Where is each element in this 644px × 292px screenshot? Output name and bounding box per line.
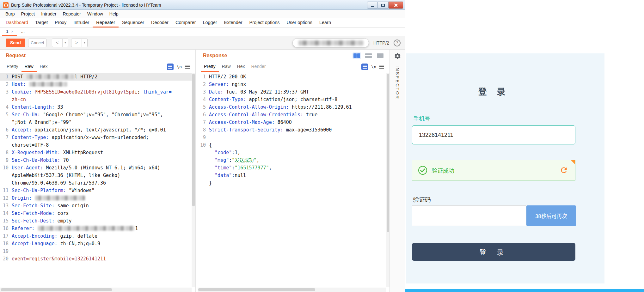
menu-repeater[interactable]: Repeater bbox=[59, 11, 84, 16]
code-line: zh-cn bbox=[0, 96, 192, 103]
code-line: 20event=register&mobile=13226141211 bbox=[0, 255, 192, 263]
view-tab-hex[interactable]: Hex bbox=[234, 62, 248, 72]
redacted-blur bbox=[38, 226, 134, 231]
editors: Request PrettyRawHex \n 1POST l HTTP/22H… bbox=[0, 50, 405, 292]
minimize-button[interactable] bbox=[367, 2, 378, 9]
close-button[interactable] bbox=[389, 2, 403, 9]
line-number: 20 bbox=[0, 255, 12, 263]
code-line: 1HTTP/2 200 OK bbox=[198, 73, 386, 81]
tab-decoder[interactable]: Decoder bbox=[148, 18, 172, 27]
response-horizontal-scrollbar[interactable] bbox=[198, 288, 386, 292]
code-line: 19 bbox=[0, 247, 192, 255]
line-number: 3 bbox=[198, 88, 209, 96]
maximize-button[interactable] bbox=[378, 2, 389, 9]
code-line: 5Access-Control-Allow-Origin: https://21… bbox=[198, 103, 386, 111]
cancel-button[interactable]: Cancel bbox=[28, 39, 46, 47]
tab-project-options[interactable]: Project options bbox=[246, 18, 283, 27]
view-tab-raw[interactable]: Raw bbox=[219, 62, 234, 72]
code-line: 12Origin: bbox=[0, 194, 192, 202]
view-tab-raw[interactable]: Raw bbox=[21, 62, 37, 72]
forward-arrow-icon: > bbox=[71, 39, 82, 47]
menu-intruder[interactable]: Intruder bbox=[38, 11, 59, 16]
send-button[interactable]: Send bbox=[6, 39, 25, 47]
layout-columns-icon[interactable] bbox=[353, 52, 361, 59]
repeater-tab-1[interactable]: 1 × bbox=[2, 28, 17, 36]
view-tab-hex[interactable]: Hex bbox=[37, 62, 51, 72]
tab-proxy[interactable]: Proxy bbox=[51, 18, 70, 27]
history-forward-button[interactable]: > ▾ bbox=[71, 39, 88, 47]
tab-extender[interactable]: Extender bbox=[221, 18, 246, 27]
newline-toggle-icon[interactable]: \n bbox=[371, 64, 376, 69]
code-line: AppleWebKit/537.36 (KHTML, like Gecko) bbox=[0, 172, 192, 179]
more-tabs-button[interactable]: ... bbox=[17, 28, 28, 36]
line-number: 9 bbox=[0, 156, 12, 164]
code-line: 3Cookie: PHPSESSID=ae6q0e2tb03rvjdt81tgv… bbox=[0, 88, 192, 96]
request-vertical-scrollbar[interactable] bbox=[192, 73, 195, 287]
menu-burp[interactable]: Burp bbox=[2, 11, 18, 16]
line-number: 12 bbox=[0, 194, 12, 202]
layout-rows-icon[interactable] bbox=[364, 52, 373, 59]
main-tab-bar: DashboardTargetProxyIntruderRepeaterSequ… bbox=[0, 18, 405, 28]
line-number bbox=[198, 156, 209, 164]
window-controls bbox=[367, 2, 403, 9]
view-tab-render[interactable]: Render bbox=[248, 62, 269, 72]
inspector-label[interactable]: INSPECTOR bbox=[395, 65, 400, 100]
verification-code-input[interactable] bbox=[412, 205, 526, 226]
search-settings-icon[interactable] bbox=[167, 64, 174, 70]
refresh-captcha-icon[interactable] bbox=[560, 166, 568, 174]
tab-learn[interactable]: Learn bbox=[316, 18, 334, 27]
view-tab-pretty[interactable]: Pretty bbox=[201, 62, 219, 72]
tab-dashboard[interactable]: Dashboard bbox=[2, 18, 32, 27]
request-code[interactable]: 1POST l HTTP/22Host: 3Cookie: PHPSESSID=… bbox=[0, 73, 192, 287]
tab-comparer[interactable]: Comparer bbox=[172, 18, 199, 27]
help-icon[interactable]: ? bbox=[394, 40, 401, 46]
code-line: charset=UTF-8 bbox=[0, 141, 192, 149]
close-tab-icon[interactable]: × bbox=[11, 29, 14, 34]
search-settings-icon[interactable] bbox=[361, 64, 368, 70]
back-dropdown-icon[interactable]: ▾ bbox=[63, 41, 68, 44]
line-number: 5 bbox=[0, 111, 12, 119]
request-horizontal-scrollbar[interactable] bbox=[0, 288, 192, 292]
line-number: 2 bbox=[198, 81, 209, 88]
code-line: 4Content-Length: 33 bbox=[0, 103, 192, 111]
line-number bbox=[198, 164, 209, 172]
history-back-button[interactable]: < ▾ bbox=[52, 39, 68, 47]
tab-repeater[interactable]: Repeater bbox=[93, 18, 119, 27]
redacted-blur bbox=[29, 82, 67, 87]
phone-input[interactable]: 13226141211 bbox=[412, 125, 575, 144]
response-code[interactable]: 1HTTP/2 200 OK2Server: nginx3Date: Tue, … bbox=[198, 73, 386, 287]
line-number: 18 bbox=[0, 240, 12, 247]
tab-target[interactable]: Target bbox=[32, 18, 51, 27]
line-number: 14 bbox=[0, 210, 12, 217]
back-arrow-icon: < bbox=[52, 39, 63, 47]
newline-toggle-icon[interactable]: \n bbox=[177, 64, 182, 69]
tab-logger[interactable]: Logger bbox=[199, 18, 220, 27]
layout-single-icon[interactable] bbox=[376, 52, 384, 59]
gear-icon[interactable] bbox=[394, 52, 401, 60]
toolbar-right: HTTP/2 ? bbox=[292, 38, 401, 47]
menubar: BurpProjectIntruderRepeaterWindowHelp bbox=[0, 10, 405, 18]
menu-help[interactable]: Help bbox=[106, 11, 122, 16]
forward-dropdown-icon[interactable]: ▾ bbox=[82, 41, 87, 44]
code-line: 15Sec-Fetch-Dest: empty bbox=[0, 217, 192, 225]
titlebar[interactable]: Burp Suite Professional v2022.3.4 - Temp… bbox=[0, 0, 405, 10]
line-number: 8 bbox=[0, 149, 12, 156]
editor-menu-icon[interactable] bbox=[379, 65, 384, 69]
menu-window[interactable]: Window bbox=[84, 11, 106, 16]
code-line: 9 bbox=[198, 134, 386, 141]
subtab-bar: 1 × ... bbox=[0, 28, 405, 36]
tab-intruder[interactable]: Intruder bbox=[70, 18, 93, 27]
menu-project[interactable]: Project bbox=[18, 11, 38, 16]
login-button[interactable]: 登 录 bbox=[412, 243, 575, 261]
bottom-bar bbox=[405, 289, 644, 292]
resend-countdown-button[interactable]: 38秒后可再次 bbox=[526, 205, 576, 226]
tab-sequencer[interactable]: Sequencer bbox=[119, 18, 148, 27]
burp-window: Burp Suite Professional v2022.3.4 - Temp… bbox=[0, 0, 405, 292]
tab-user-options[interactable]: User options bbox=[283, 18, 316, 27]
editor-menu-icon[interactable] bbox=[185, 65, 190, 69]
phone-label: 手机号 bbox=[413, 114, 430, 122]
line-number: 6 bbox=[0, 126, 12, 134]
code-line: 8X-Requested-With: XMLHttpRequest bbox=[0, 149, 192, 156]
target-host-pill[interactable] bbox=[292, 38, 369, 47]
view-tab-pretty[interactable]: Pretty bbox=[3, 62, 21, 72]
